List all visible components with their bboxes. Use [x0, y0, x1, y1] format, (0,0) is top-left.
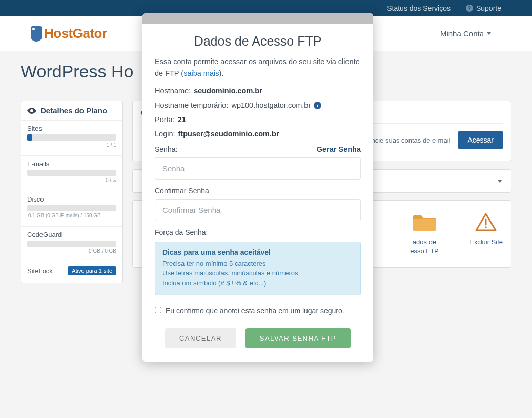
- tip-1: Precisa ter no mínimo 5 caracteres: [162, 260, 353, 267]
- save-ftp-password-button[interactable]: SALVAR SENHA FTP: [245, 328, 351, 348]
- tip-2: Use letras maiúsculas, minúsculas e núme…: [162, 269, 353, 277]
- cancel-button[interactable]: CANCELAR: [165, 328, 236, 348]
- modal-title: Dados de Acesso FTP: [155, 34, 361, 49]
- hostname-value: seudominio.com.br: [194, 87, 262, 95]
- confirm-saved-text: Eu confirmo que anotei esta senha em um …: [166, 307, 344, 315]
- modal-description: Essa conta permite acessar os arquivos d…: [155, 56, 361, 79]
- tip-3: Inclua um símbolo (# $ ! % & etc...): [162, 279, 353, 287]
- port-value: 21: [178, 115, 186, 124]
- port-label: Porta:: [155, 115, 175, 124]
- temp-hostname-label: Hostname temporário:: [155, 101, 228, 109]
- temp-hostname-value: wp100.hostgator.com.br: [231, 101, 311, 109]
- hostname-label: Hostname:: [155, 87, 191, 95]
- password-strength-label: Força da Senha:: [155, 228, 208, 236]
- modal-topstrip: [142, 13, 373, 24]
- confirm-password-input[interactable]: [155, 199, 361, 221]
- password-label: Senha:: [155, 145, 177, 153]
- confirm-saved-checkbox[interactable]: [155, 307, 161, 313]
- modal-desc-suffix: ).: [219, 69, 223, 77]
- login-row: Login: ftpuser@seudominio.com.br: [155, 130, 361, 138]
- confirm-password-label: Confirmar Senha: [155, 187, 209, 195]
- learn-more-link[interactable]: saiba mais: [183, 69, 219, 77]
- login-label: Login:: [155, 130, 175, 138]
- port-row: Porta: 21: [155, 115, 361, 124]
- hostname-row: Hostname: seudominio.com.br: [155, 87, 361, 95]
- modal-overlay: Dados de Acesso FTP Essa conta permite a…: [0, 0, 532, 418]
- tips-title: Dicas para uma senha aceitável: [162, 248, 353, 256]
- login-value: ftpuser@seudominio.com.br: [178, 130, 279, 138]
- confirm-saved-row[interactable]: Eu confirmo que anotei esta senha em um …: [155, 307, 361, 315]
- password-tips-box: Dicas para uma senha aceitável Precisa t…: [155, 242, 361, 295]
- password-input[interactable]: [155, 157, 361, 180]
- ftp-modal: Dados de Acesso FTP Essa conta permite a…: [142, 13, 373, 362]
- info-icon[interactable]: i: [314, 102, 321, 109]
- generate-password-link[interactable]: Gerar Senha: [317, 145, 361, 153]
- temp-hostname-row: Hostname temporário: wp100.hostgator.com…: [155, 101, 361, 109]
